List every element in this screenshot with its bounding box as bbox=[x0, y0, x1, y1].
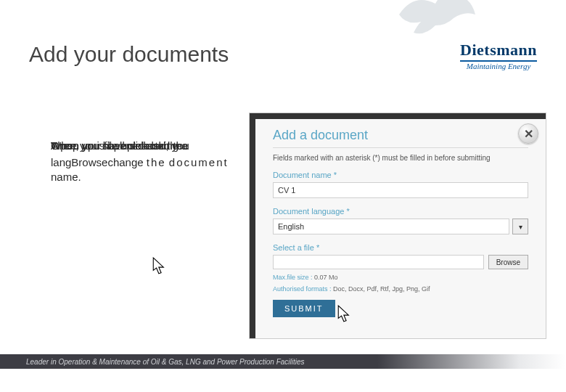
doc-name-input[interactable] bbox=[273, 182, 528, 198]
divider bbox=[273, 147, 528, 148]
close-icon: ✕ bbox=[524, 127, 533, 141]
bird-silhouette bbox=[392, 0, 479, 44]
dropdown-button[interactable]: ▾ bbox=[512, 219, 528, 234]
cursor-icon bbox=[337, 305, 353, 324]
instruction-line-3: name. bbox=[51, 170, 232, 184]
submit-button[interactable]: SUBMIT bbox=[273, 300, 335, 317]
brand-logo: Dietsmann Maintaining Energy bbox=[460, 41, 537, 70]
add-document-dialog: ✕ Add a document Fields marked with an a… bbox=[250, 113, 546, 338]
file-path-input[interactable] bbox=[273, 255, 484, 269]
instruction-line-2: langBrowsechange the document bbox=[51, 155, 232, 170]
instruction-text: A pop up is opened asking a When you hav… bbox=[51, 139, 232, 184]
brand-name: Dietsmann bbox=[460, 41, 537, 60]
browse-button[interactable]: Browse bbox=[488, 255, 528, 269]
chevron-down-icon: ▾ bbox=[519, 223, 522, 231]
close-button[interactable]: ✕ bbox=[518, 123, 538, 144]
formats-info: Authorised formats : Doc, Docx, Pdf, Rtf… bbox=[273, 285, 528, 293]
dialog-title: Add a document bbox=[273, 128, 528, 143]
page-title: Add your documents bbox=[29, 42, 229, 67]
file-select-label: Select a file * bbox=[273, 243, 528, 252]
doc-name-label: Document name * bbox=[273, 171, 528, 179]
cursor-icon bbox=[152, 257, 168, 276]
overlay-line: Once your file uploaded, you bbox=[51, 139, 189, 152]
doc-language-select[interactable] bbox=[273, 219, 509, 234]
max-size-info: Max.file size : 0.07 Mo bbox=[273, 274, 528, 281]
brand-tagline: Maintaining Energy bbox=[460, 62, 537, 70]
footer-fade bbox=[377, 354, 566, 369]
footer-bar: Leader in Operation & Maintenance of Oil… bbox=[0, 354, 566, 369]
doc-language-label: Document language * bbox=[273, 207, 528, 216]
footer-tagline: Leader in Operation & Maintenance of Oil… bbox=[26, 358, 305, 366]
required-note: Fields marked with an asterisk (*) must … bbox=[273, 154, 528, 162]
